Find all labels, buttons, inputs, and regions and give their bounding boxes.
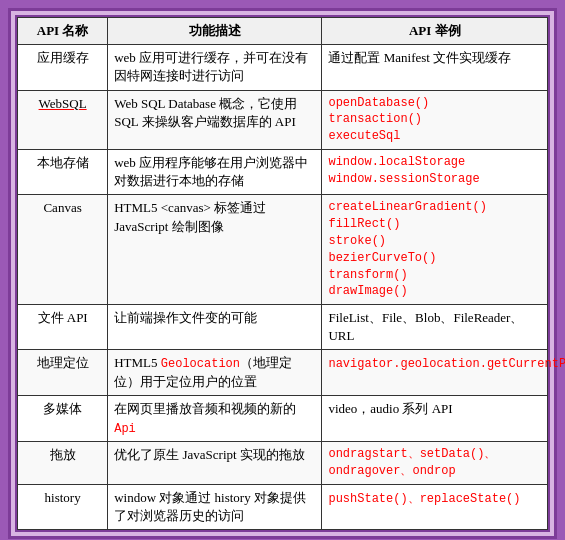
cell-desc: 优化了原生 JavaScript 实现的拖放 xyxy=(108,442,322,485)
table-row: 本地存储web 应用程序能够在用户浏览器中对数据进行本地的存储window.lo… xyxy=(18,149,548,194)
cell-example: 通过配置 Manifest 文件实现缓存 xyxy=(322,45,548,90)
table-row: historywindow 对象通过 history 对象提供了对浏览器历史的访… xyxy=(18,485,548,530)
table-row: 多媒体在网页里播放音频和视频的新的 Apivideo，audio 系列 API xyxy=(18,396,548,442)
table-row: 拖放优化了原生 JavaScript 实现的拖放ondragstart、setD… xyxy=(18,442,548,485)
table-row: CanvasHTML5 <canvas> 标签通过 JavaScript 绘制图… xyxy=(18,195,548,305)
page-container: API 名称 功能描述 API 举例 应用缓存web 应用可进行缓存，并可在没有… xyxy=(8,8,557,539)
api-table: API 名称 功能描述 API 举例 应用缓存web 应用可进行缓存，并可在没有… xyxy=(17,17,548,530)
cell-name: 文件 API xyxy=(18,305,108,350)
cell-name: history xyxy=(18,485,108,530)
cell-name: Canvas xyxy=(18,195,108,305)
header-example: API 举例 xyxy=(322,18,548,45)
cell-name: 拖放 xyxy=(18,442,108,485)
table-row: 地理定位HTML5 Geolocation（地理定位）用于定位用户的位置navi… xyxy=(18,350,548,396)
cell-name: 应用缓存 xyxy=(18,45,108,90)
cell-example: ondragstart、setData()、ondragover、ondrop xyxy=(322,442,548,485)
cell-desc: window 对象通过 history 对象提供了对浏览器历史的访问 xyxy=(108,485,322,530)
cell-name: 地理定位 xyxy=(18,350,108,396)
header-desc: 功能描述 xyxy=(108,18,322,45)
cell-example: navigator.geolocation.getCurrentPosition… xyxy=(322,350,548,396)
cell-name: WebSQL xyxy=(18,90,108,149)
cell-example: FileList、File、Blob、FileReader、URL xyxy=(322,305,548,350)
cell-desc: 让前端操作文件变的可能 xyxy=(108,305,322,350)
cell-example: window.localStoragewindow.sessionStorage xyxy=(322,149,548,194)
table-row: WebSQLWeb SQL Database 概念，它使用 SQL 来操纵客户端… xyxy=(18,90,548,149)
cell-example: video，audio 系列 API xyxy=(322,396,548,442)
table-container: API 名称 功能描述 API 举例 应用缓存web 应用可进行缓存，并可在没有… xyxy=(15,15,550,532)
cell-name: 多媒体 xyxy=(18,396,108,442)
cell-desc: Web SQL Database 概念，它使用 SQL 来操纵客户端数据库的 A… xyxy=(108,90,322,149)
cell-desc: web 应用程序能够在用户浏览器中对数据进行本地的存储 xyxy=(108,149,322,194)
cell-desc: HTML5 <canvas> 标签通过 JavaScript 绘制图像 xyxy=(108,195,322,305)
cell-example: pushState()、replaceState() xyxy=(322,485,548,530)
cell-desc: HTML5 Geolocation（地理定位）用于定位用户的位置 xyxy=(108,350,322,396)
table-row: 文件 API让前端操作文件变的可能FileList、File、Blob、File… xyxy=(18,305,548,350)
table-row: 应用缓存web 应用可进行缓存，并可在没有因特网连接时进行访问通过配置 Mani… xyxy=(18,45,548,90)
cell-name: 本地存储 xyxy=(18,149,108,194)
cell-example: openDatabase()transaction()executeSql xyxy=(322,90,548,149)
cell-desc: 在网页里播放音频和视频的新的 Api xyxy=(108,396,322,442)
header-name: API 名称 xyxy=(18,18,108,45)
cell-example: createLinearGradient()fillRect()stroke()… xyxy=(322,195,548,305)
cell-desc: web 应用可进行缓存，并可在没有因特网连接时进行访问 xyxy=(108,45,322,90)
